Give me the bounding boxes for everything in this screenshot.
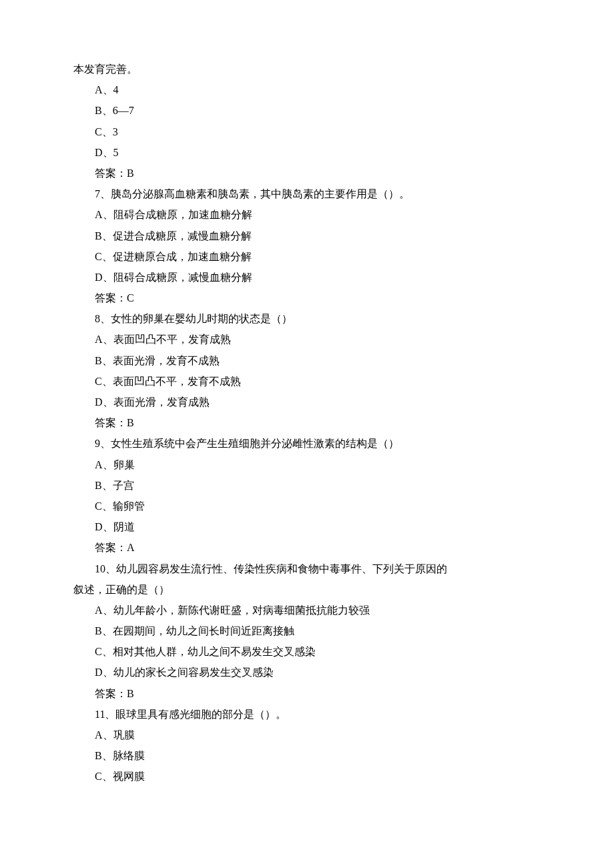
text-line: D、幼儿的家长之间容易发生交叉感染 bbox=[73, 662, 541, 683]
document-body: 本发育完善。A、4B、6—7C、3D、5答案：B7、胰岛分泌腺高血糖素和胰岛素，… bbox=[73, 59, 541, 787]
text-line: D、表面光滑，发育成熟 bbox=[73, 392, 541, 412]
text-line: A、阻碍合成糖原，加速血糖分解 bbox=[73, 204, 541, 225]
text-line: 答案：C bbox=[73, 288, 541, 308]
text-line: 7、胰岛分泌腺高血糖素和胰岛素，其中胰岛素的主要作用是（）。 bbox=[73, 183, 541, 204]
text-line: D、5 bbox=[73, 142, 541, 163]
text-line: 本发育完善。 bbox=[73, 59, 541, 79]
text-line: 答案：B bbox=[73, 163, 541, 183]
text-line: A、巩膜 bbox=[73, 725, 541, 745]
text-line: A、幼儿年龄小，新陈代谢旺盛，对病毒细菌抵抗能力较强 bbox=[73, 600, 541, 620]
text-line: C、输卵管 bbox=[73, 496, 541, 516]
text-line: D、阻碍合成糖原，减慢血糖分解 bbox=[73, 267, 541, 288]
text-line: 8、女性的卵巢在婴幼儿时期的状态是（） bbox=[73, 308, 541, 329]
text-line: B、子宫 bbox=[73, 475, 541, 496]
text-line: B、在园期间，幼儿之间长时间近距离接触 bbox=[73, 620, 541, 641]
text-line: B、表面光滑，发育不成熟 bbox=[73, 350, 541, 371]
text-line: A、4 bbox=[73, 79, 541, 100]
document-page: 本发育完善。A、4B、6—7C、3D、5答案：B7、胰岛分泌腺高血糖素和胰岛素，… bbox=[0, 0, 614, 868]
text-line: C、表面凹凸不平，发育不成熟 bbox=[73, 371, 541, 392]
text-line: 10、幼儿园容易发生流行性、传染性疾病和食物中毒事件、下列关于原因的 bbox=[73, 558, 541, 579]
text-line: C、相对其他人群，幼儿之间不易发生交叉感染 bbox=[73, 641, 541, 662]
text-line: 9、女性生殖系统中会产生生殖细胞并分泌雌性激素的结构是（） bbox=[73, 433, 541, 454]
text-line: C、3 bbox=[73, 121, 541, 142]
text-line: A、表面凹凸不平，发育成熟 bbox=[73, 329, 541, 350]
text-line: 答案：A bbox=[73, 537, 541, 558]
text-line: 叙述，正确的是（） bbox=[73, 579, 541, 600]
text-line: B、脉络膜 bbox=[73, 745, 541, 766]
text-line: C、视网膜 bbox=[73, 766, 541, 787]
text-line: 答案：B bbox=[73, 683, 541, 704]
text-line: A、卵巢 bbox=[73, 454, 541, 475]
text-line: C、促进糖原合成，加速血糖分解 bbox=[73, 246, 541, 267]
text-line: 11、眼球里具有感光细胞的部分是（）。 bbox=[73, 704, 541, 725]
text-line: D、阴道 bbox=[73, 516, 541, 537]
text-line: 答案：B bbox=[73, 412, 541, 433]
text-line: B、6—7 bbox=[73, 100, 541, 121]
text-line: B、促进合成糖原，减慢血糖分解 bbox=[73, 226, 541, 246]
